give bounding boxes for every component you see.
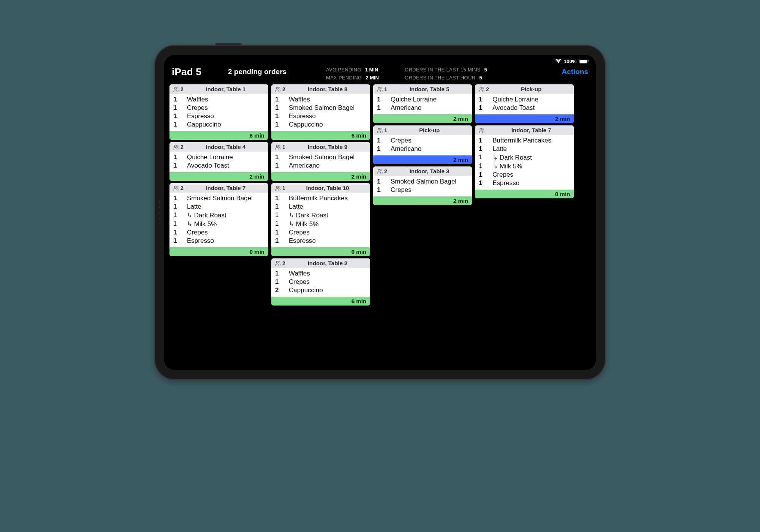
line-qty: 1: [377, 145, 385, 153]
order-timer: 2 min: [373, 155, 472, 164]
order-line: 1Latte: [275, 203, 366, 211]
order-line: 1Buttermilk Pancakes: [479, 136, 570, 145]
svg-point-19: [378, 128, 380, 130]
line-qty: 1: [377, 186, 385, 194]
order-lines: 1Buttermilk Pancakes1Latte1Dark Roast1Mi…: [475, 135, 574, 190]
order-line: 1Espresso: [275, 237, 366, 245]
line-qty: 1: [377, 137, 385, 144]
order-line: 1Crepes: [377, 136, 468, 145]
order-timer: 2 min: [373, 196, 472, 205]
order-card[interactable]: Indoor, Table 71Buttermilk Pancakes1Latt…: [475, 125, 574, 198]
order-line: 1Waffles: [275, 95, 366, 104]
line-name: Crepes: [289, 278, 310, 286]
actions-link[interactable]: Actions: [562, 68, 588, 76]
order-card-header: 2Indoor, Table 7: [169, 183, 268, 193]
line-name: Espresso: [289, 237, 316, 245]
guest-count-wrap: 2: [173, 86, 187, 92]
guest-count: 1: [282, 144, 285, 150]
svg-point-14: [279, 186, 280, 188]
line-name: Crepes: [492, 171, 513, 179]
line-qty: 1: [479, 154, 486, 162]
order-lines: 1Quiche Lorraine1Avocado Toast: [169, 152, 268, 172]
order-card-header: 2Indoor, Table 8: [271, 84, 370, 94]
svg-point-10: [279, 87, 280, 89]
order-card-header: 1Indoor, Table 5: [373, 84, 472, 94]
line-qty: 1: [275, 154, 283, 161]
order-card[interactable]: 2Indoor, Table 41Quiche Lorraine1Avocado…: [169, 142, 268, 181]
order-lines: 1Crepes1Americano: [373, 135, 472, 155]
order-card[interactable]: 2Indoor, Table 81Waffles1Smoked Salmon B…: [271, 84, 370, 140]
svg-point-9: [276, 87, 278, 89]
order-card[interactable]: 1Indoor, Table 101Buttermilk Pancakes1La…: [271, 183, 370, 256]
line-name: Milk 5%: [289, 220, 318, 228]
line-qty: 1: [275, 229, 283, 236]
svg-point-5: [174, 145, 176, 147]
guest-count: 2: [486, 86, 489, 92]
order-card[interactable]: 2Indoor, Table 31Smoked Salmon Bagel1Cre…: [373, 166, 472, 205]
order-line: 1Espresso: [173, 237, 264, 245]
order-line: 1Smoked Salmon Bagel: [275, 153, 366, 162]
line-name: Avocado Toast: [492, 104, 535, 112]
svg-point-24: [482, 87, 484, 89]
order-line-modifier: 1Milk 5%: [275, 220, 366, 228]
order-card[interactable]: 2Indoor, Table 71Smoked Salmon Bagel1Lat…: [169, 183, 268, 256]
order-card-header: Indoor, Table 7: [475, 125, 574, 135]
order-line-modifier: 1Milk 5%: [173, 220, 264, 228]
guest-count-wrap: 1: [275, 185, 289, 191]
line-qty: 1: [377, 104, 385, 112]
order-line: 1Americano: [377, 104, 468, 112]
guest-count: 2: [384, 168, 387, 174]
order-location: Indoor, Table 7: [187, 185, 264, 191]
order-card-header: 2Indoor, Table 4: [169, 142, 268, 152]
order-column: 2Pick-up1Quiche Lorraine1Avocado Toast2 …: [475, 84, 574, 198]
order-location: Indoor, Table 4: [187, 144, 264, 150]
order-lines: 1Quiche Lorraine1Americano: [373, 94, 472, 114]
line-qty: 1: [173, 195, 181, 202]
battery-percent: 100%: [564, 59, 576, 64]
order-location: Indoor, Table 3: [391, 168, 468, 174]
guests-icon: [173, 144, 179, 150]
order-line: 1Crepes: [377, 186, 468, 194]
svg-point-22: [380, 169, 382, 171]
line-qty: 1: [275, 162, 283, 169]
guest-count-wrap: 2: [377, 168, 391, 174]
order-line: 1Latte: [479, 145, 570, 153]
svg-point-11: [276, 145, 278, 147]
line-name: Smoked Salmon Bagel: [187, 195, 253, 202]
avg-pending-value: 1 MIN: [365, 67, 378, 73]
line-name: Dark Roast: [289, 211, 328, 219]
order-card[interactable]: 2Indoor, Table 21Waffles1Crepes2Cappucci…: [271, 258, 370, 306]
line-name: Crepes: [391, 137, 412, 144]
line-name: Espresso: [187, 112, 214, 120]
svg-point-23: [480, 87, 482, 89]
order-line: 1Avocado Toast: [173, 162, 264, 170]
order-card[interactable]: 2Pick-up1Quiche Lorraine1Avocado Toast2 …: [475, 84, 574, 123]
line-name: Espresso: [289, 112, 316, 120]
guest-count-wrap: 2: [173, 185, 187, 191]
line-qty: 1: [173, 121, 181, 128]
order-timer: 6 min: [271, 297, 370, 306]
order-card[interactable]: 1Indoor, Table 91Smoked Salmon Bagel1Ame…: [271, 142, 370, 181]
order-card[interactable]: 1Indoor, Table 51Quiche Lorraine1America…: [373, 84, 472, 123]
line-name: Latte: [187, 203, 201, 211]
order-line: 1Crepes: [275, 228, 366, 237]
order-line: 1Espresso: [479, 179, 570, 187]
order-location: Indoor, Table 9: [289, 144, 366, 150]
order-lines: 1Waffles1Crepes1Espresso1Cappuccino: [169, 94, 268, 131]
order-timer: 2 min: [169, 172, 268, 181]
order-line: 1Crepes: [275, 278, 366, 286]
line-name: Milk 5%: [492, 162, 522, 170]
order-location: Indoor, Table 2: [289, 260, 366, 266]
line-qty: 1: [275, 278, 283, 286]
order-line: 1Cappuccino: [275, 120, 366, 129]
guests-icon: [173, 185, 179, 191]
order-line: 1Cappuccino: [173, 120, 264, 129]
order-card[interactable]: 2Indoor, Table 11Waffles1Crepes1Espresso…: [169, 84, 268, 140]
line-qty: 1: [275, 112, 283, 120]
line-name: Americano: [391, 145, 421, 153]
order-line: 1Quiche Lorraine: [479, 95, 570, 104]
svg-point-6: [177, 145, 178, 147]
order-card[interactable]: 1Pick-up1Crepes1Americano2 min: [373, 125, 472, 164]
guest-count-wrap: 2: [275, 260, 289, 266]
guest-count: 1: [384, 127, 387, 133]
